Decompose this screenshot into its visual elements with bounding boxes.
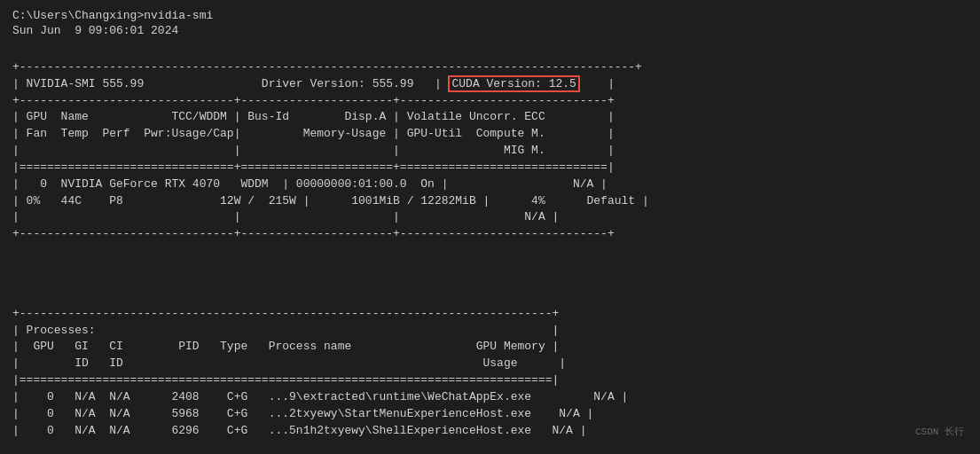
proc-header: | Processes: | xyxy=(12,324,559,337)
proc-row3: | 0 N/A N/A 6296 C+G ...5n1h2txyewy\Shel… xyxy=(12,424,587,437)
terminal-window: C:\Users\Changxing>nvidia-smi Sun Jun 9 … xyxy=(12,9,968,454)
col-sep2: |===============================+=======… xyxy=(12,160,615,174)
col-header3: | | | MIG M. | xyxy=(12,144,615,157)
proc-sep: |=======================================… xyxy=(12,373,559,387)
col-header1: | GPU Name TCC/WDDM | Bus-Id Disp.A | Vo… xyxy=(12,110,615,123)
bottom-border: +-------------------------------+-------… xyxy=(12,227,615,240)
proc-col-headers2: | ID ID Usage | xyxy=(12,356,566,370)
col-sep1: +-------------------------------+-------… xyxy=(12,94,615,107)
top-border: +---------------------------------------… xyxy=(12,60,642,74)
gpu-data-row3: | | | N/A | xyxy=(12,210,559,223)
proc-row1: | 0 N/A N/A 2408 C+G ...9\extracted\runt… xyxy=(12,390,628,403)
gpu-data-row1: | 0 NVIDIA GeForce RTX 4070 WDDM | 00000… xyxy=(12,177,608,191)
cmd-prompt: C:\Users\Changxing>nvidia-smi xyxy=(12,9,968,22)
smi-version-line: | NVIDIA-SMI 555.99 Driver Version: 555.… xyxy=(12,75,615,92)
proc-col-headers: | GPU GI CI PID Type Process name GPU Me… xyxy=(12,340,559,353)
col-header2: | Fan Temp Perf Pwr:Usage/Cap| Memory-Us… xyxy=(12,127,615,140)
proc-row2: | 0 N/A N/A 5968 C+G ...2txyewy\StartMen… xyxy=(12,407,593,420)
watermark: CSDN 长行 xyxy=(915,425,964,438)
processes-block: +---------------------------------------… xyxy=(12,289,968,454)
smi-output: +---------------------------------------… xyxy=(12,43,968,277)
proc-top-border: +---------------------------------------… xyxy=(12,307,559,320)
cuda-version-highlight: CUDA Version: 12.5 xyxy=(448,75,579,92)
date-line: Sun Jun 9 09:06:01 2024 xyxy=(12,24,968,37)
gpu-data-row2: | 0% 44C P8 12W / 215W | 1001MiB / 12282… xyxy=(12,194,649,207)
